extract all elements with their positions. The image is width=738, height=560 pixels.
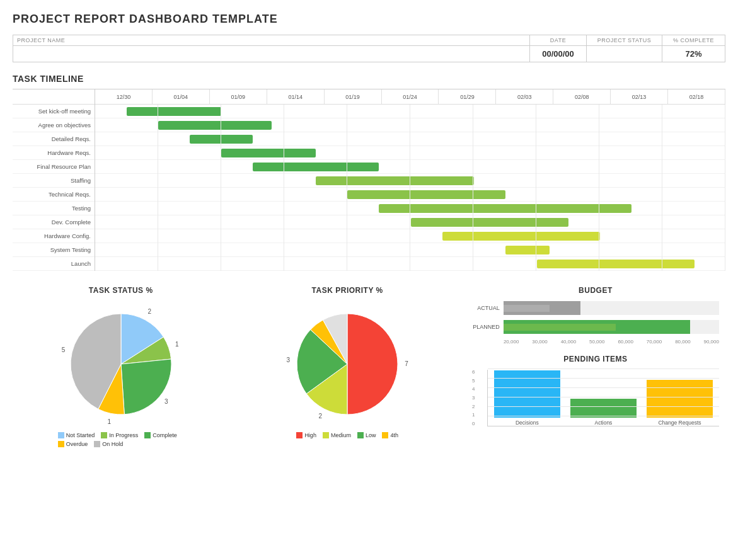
- project-info: PROJECT NAME DATE PROJECT STATUS % COMPL…: [13, 35, 725, 62]
- pending-bar-col: Decisions: [494, 370, 560, 426]
- gantt-date-cell: 02/03: [496, 89, 553, 104]
- legend-dot: [101, 432, 107, 438]
- project-date-value[interactable]: 00/00/00: [530, 46, 587, 62]
- pie-label: 3: [287, 357, 291, 363]
- legend-dot: [94, 441, 100, 447]
- legend-label: High: [304, 432, 316, 438]
- gantt-task-label: Final Resource Plan: [13, 160, 95, 174]
- project-name-header: PROJECT NAME: [13, 35, 530, 46]
- pending-grid-line: [488, 387, 719, 388]
- budget-axis-label: 60,000: [618, 339, 633, 345]
- legend-dot: [58, 441, 64, 447]
- project-name-value[interactable]: [13, 46, 530, 62]
- gantt-task-label: System Testing: [13, 243, 95, 257]
- gantt-bar: [316, 176, 473, 185]
- gantt-date-cell: 01/04: [153, 89, 210, 104]
- budget-axis: 20,00030,00040,00050,00060,00070,00080,0…: [472, 339, 719, 345]
- gantt-task-row: [95, 243, 725, 257]
- legend-item: Not Started: [58, 432, 95, 438]
- gantt-section: TASK TIMELINE Set kick-off meetingAgree …: [13, 74, 725, 271]
- gantt-task-row: [95, 229, 725, 243]
- gantt-bar: [190, 135, 253, 144]
- budget-axis-label: 30,000: [532, 339, 547, 345]
- legend-item: High: [296, 432, 316, 438]
- task-priority-legend: HighMediumLow4th: [296, 432, 398, 438]
- gantt-bars: 12/3001/0401/0901/1401/1901/2401/2902/03…: [95, 89, 725, 271]
- project-status-value[interactable]: [587, 46, 662, 62]
- pending-bar-label: Actions: [595, 420, 613, 426]
- task-status-legend: Not StartedIn ProgressCompleteOverdueOn …: [58, 432, 184, 447]
- pending-grid-line: [488, 416, 719, 416]
- pending-bar-col: Change Requests: [647, 380, 713, 426]
- gantt-task-label: Launch: [13, 257, 95, 271]
- legend-item: Overdue: [58, 441, 88, 447]
- legend-item: 4th: [382, 432, 398, 438]
- gantt-task-label: Agree on objectives: [13, 118, 95, 132]
- gantt-bar: [221, 149, 316, 157]
- legend-dot: [144, 432, 151, 438]
- legend-item: Low: [357, 432, 376, 438]
- gantt-task-row: [95, 146, 725, 160]
- gantt-bar: [253, 163, 379, 171]
- legend-label: In Progress: [109, 432, 138, 438]
- task-priority-title: TASK PRIORITY %: [239, 286, 455, 295]
- pending-y-label: 3: [472, 396, 475, 401]
- pending-bars-container: DecisionsActionsChange Requests: [487, 370, 719, 426]
- gantt-bar: [442, 232, 600, 241]
- gantt-date-cell: 01/29: [439, 89, 496, 104]
- gantt-task-row: [95, 202, 725, 215]
- gantt-bar: [127, 107, 221, 116]
- pending-chart-wrap: 0123456DecisionsActionsChange Requests: [472, 370, 719, 426]
- gantt-date-cell: 01/14: [267, 89, 325, 104]
- pie-label: 5: [61, 346, 65, 353]
- pending-y-label: 4: [472, 387, 475, 392]
- budget-title: BUDGET: [466, 286, 725, 295]
- legend-dot: [382, 432, 388, 438]
- pending-y-label: 0: [472, 421, 475, 426]
- pending-area: 0123456DecisionsActionsChange Requests: [466, 370, 725, 426]
- task-status-chart: TASK STATUS % 21315 Not StartedIn Progre…: [13, 286, 229, 447]
- gantt-date-cell: 12/30: [95, 89, 153, 104]
- budget-bar-overlay: [504, 324, 616, 331]
- pending-grid-line: [488, 406, 719, 407]
- legend-dot: [323, 432, 329, 438]
- budget-axis-label: 50,000: [589, 339, 604, 345]
- legend-label: Low: [366, 432, 376, 438]
- bottom-section: TASK STATUS % 21315 Not StartedIn Progre…: [13, 286, 725, 447]
- pending-bar: [570, 399, 637, 418]
- page-title: PROJECT REPORT DASHBOARD TEMPLATE: [13, 13, 725, 26]
- pending-bar-label: Change Requests: [658, 420, 701, 426]
- pie-label: 1: [175, 341, 179, 348]
- pending-bar-label: Decisions: [516, 420, 539, 426]
- gantt-task-label: Set kick-off meeting: [13, 105, 95, 118]
- budget-axis-label: 40,000: [561, 339, 576, 345]
- project-complete-header: % COMPLETE: [662, 35, 725, 46]
- gantt-date-cell: 02/13: [611, 89, 668, 104]
- budget-bar-label: PLANNED: [472, 324, 504, 330]
- pending-y-label: 6: [472, 370, 475, 375]
- project-status-header: PROJECT STATUS: [587, 35, 662, 46]
- budget-axis-label: 70,000: [647, 339, 662, 345]
- right-charts: BUDGET ACTUALPLANNED20,00030,00040,00050…: [466, 286, 725, 447]
- gantt-task-label: Hardware Config.: [13, 229, 95, 243]
- legend-dot: [58, 432, 64, 438]
- gantt-labels: Set kick-off meetingAgree on objectivesD…: [13, 89, 95, 271]
- legend-item: Complete: [144, 432, 177, 438]
- legend-label: 4th: [390, 432, 398, 438]
- legend-item: In Progress: [101, 432, 138, 438]
- project-date-header: DATE: [530, 35, 587, 46]
- gantt-task-label: Detailed Reqs.: [13, 132, 95, 146]
- budget-area: ACTUALPLANNED20,00030,00040,00050,00060,…: [466, 301, 725, 345]
- pending-bar-col: Actions: [570, 399, 637, 426]
- budget-bar-row: ACTUAL: [472, 301, 719, 315]
- gantt-date-cell: 01/19: [325, 89, 382, 104]
- gantt-date-cell: 01/24: [382, 89, 439, 104]
- pending-y-axis: 0123456: [472, 370, 475, 426]
- pending-title: PENDING ITEMS: [466, 355, 725, 363]
- gantt-task-label: Testing: [13, 202, 95, 215]
- budget-bar-container: [504, 301, 719, 315]
- gantt-task-row: [95, 215, 725, 229]
- legend-dot: [357, 432, 364, 438]
- task-status-pie: 21315: [58, 301, 184, 427]
- project-complete-value: 72%: [662, 46, 725, 62]
